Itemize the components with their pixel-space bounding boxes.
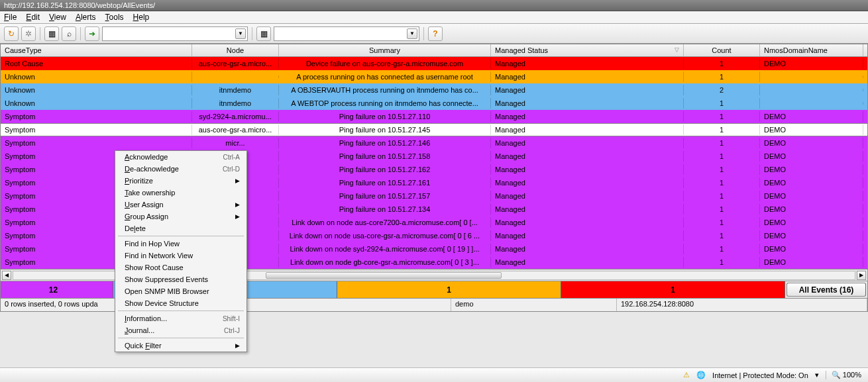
chevron-down-icon[interactable]: ▼ bbox=[235, 28, 246, 39]
cell-summary: A process running on has connected as us… bbox=[279, 72, 491, 82]
table-row[interactable]: UnknownitnmdemoA WEBTOP process running … bbox=[1, 97, 867, 110]
ctx-take-ownership[interactable]: Take ownership bbox=[115, 187, 246, 199]
cell-domain bbox=[760, 89, 863, 91]
cell-summary: Ping failure on 10.51.27.134 bbox=[279, 204, 491, 215]
freeze-icon[interactable]: ✲ bbox=[21, 26, 36, 41]
status-server: 192.168.254.128:8080 bbox=[617, 299, 867, 311]
cell-managed: Managed bbox=[491, 111, 684, 122]
cell-cause: Symptom bbox=[1, 138, 192, 148]
grid-icon[interactable]: ▦ bbox=[44, 26, 59, 41]
table-row[interactable]: Root Causeaus-core-gsr-a.micro...Device … bbox=[1, 57, 867, 70]
cell-cause: Symptom bbox=[1, 111, 192, 122]
col-count[interactable]: Count bbox=[684, 44, 760, 56]
ctx-prioritize[interactable]: Prioritize▶ bbox=[115, 175, 246, 187]
ctx-find-hop-view[interactable]: Find in Hop View bbox=[115, 238, 246, 250]
scroll-thumb[interactable] bbox=[266, 272, 502, 279]
ctx-open-snmp-mib[interactable]: Open SNMP MIB Browser bbox=[115, 285, 246, 297]
col-node[interactable]: Node bbox=[192, 44, 279, 56]
find-icon[interactable]: ⌕ bbox=[62, 26, 76, 41]
scroll-right-icon[interactable]: ▶ bbox=[857, 271, 866, 280]
col-causetype[interactable]: CauseType bbox=[1, 44, 192, 56]
cell-count: 1 bbox=[684, 177, 760, 188]
cell-cause: Unknown bbox=[1, 85, 192, 95]
table-row[interactable]: Symptomaus-core-gsr-a.micro...Ping failu… bbox=[1, 123, 867, 136]
refresh-icon[interactable]: ↻ bbox=[4, 26, 19, 41]
menu-tools[interactable]: Tools bbox=[105, 13, 124, 22]
cell-node: micr... bbox=[192, 138, 279, 148]
cell-managed: Managed bbox=[491, 204, 684, 215]
export-icon[interactable]: ➜ bbox=[85, 26, 99, 41]
window-title: http://192.168.254.128:8080/webtop/AllEv… bbox=[0, 0, 868, 11]
cell-summary: Ping failure on 10.51.27.146 bbox=[279, 138, 491, 148]
globe-icon: 🌐 bbox=[696, 371, 706, 379]
ctx-acknowledge[interactable]: AcknowledgeCtrl-A bbox=[115, 151, 246, 163]
menu-edit[interactable]: Edit bbox=[26, 13, 40, 22]
ctx-show-device-structure[interactable]: Show Device Structure bbox=[115, 297, 246, 309]
filter-combo-1[interactable]: ▼ bbox=[102, 26, 248, 41]
cell-domain: DEMO bbox=[760, 177, 863, 188]
menu-alerts[interactable]: Alerts bbox=[76, 13, 96, 22]
cell-count: 1 bbox=[684, 72, 760, 82]
context-menu: AcknowledgeCtrl-A De-acknowledgeCtrl-D P… bbox=[115, 150, 247, 352]
ctx-show-suppressed[interactable]: Show Suppressed Events bbox=[115, 273, 246, 285]
severity-purple[interactable]: 12 bbox=[1, 281, 113, 298]
cell-domain: DEMO bbox=[760, 257, 863, 267]
cell-domain: DEMO bbox=[760, 244, 863, 254]
ctx-deacknowledge[interactable]: De-acknowledgeCtrl-D bbox=[115, 163, 246, 175]
cell-count: 1 bbox=[684, 257, 760, 267]
table-row[interactable]: Symptommicr...Ping failure on 10.51.27.1… bbox=[1, 136, 867, 150]
calendar-icon[interactable]: ▦ bbox=[256, 26, 271, 41]
cell-count: 1 bbox=[684, 98, 760, 109]
col-domain[interactable]: NmosDomainName bbox=[760, 44, 863, 56]
cell-summary: Ping failure on 10.51.27.110 bbox=[279, 111, 491, 122]
cell-summary: A OBJSERVAUTH process running on itnmdem… bbox=[279, 85, 491, 95]
ctx-delete[interactable]: Delete bbox=[115, 222, 246, 234]
cell-summary: Ping failure on 10.51.27.158 bbox=[279, 151, 491, 162]
scroll-left-icon[interactable]: ◀ bbox=[2, 271, 11, 280]
cell-domain: DEMO bbox=[760, 151, 863, 162]
status-user: demo bbox=[451, 299, 617, 311]
cell-node: aus-core-gsr-a.micro... bbox=[192, 124, 279, 135]
help-icon[interactable]: ? bbox=[428, 26, 443, 41]
menu-help[interactable]: Help bbox=[133, 13, 150, 22]
cell-domain: DEMO bbox=[760, 164, 863, 175]
shield-icon: ⚠ bbox=[683, 371, 690, 379]
menu-file[interactable]: File bbox=[4, 13, 17, 22]
cell-summary: Ping failure on 10.51.27.162 bbox=[279, 164, 491, 175]
cell-managed: Managed bbox=[491, 58, 684, 69]
toolbar: ↻ ✲ ▦ ⌕ ➜ ▼ ▦ ▼ ? bbox=[0, 24, 868, 44]
chevron-down-icon[interactable]: ▼ bbox=[407, 28, 417, 39]
cell-domain: DEMO bbox=[760, 124, 863, 135]
menu-view[interactable]: View bbox=[49, 13, 66, 22]
ctx-find-network-view[interactable]: Find in Network View bbox=[115, 250, 246, 262]
cell-managed: Managed bbox=[491, 72, 684, 82]
ctx-journal[interactable]: Journal...Ctrl-J bbox=[115, 324, 246, 336]
cell-node bbox=[192, 75, 279, 78]
filter-combo-2[interactable]: ▼ bbox=[274, 26, 419, 41]
ctx-group-assign[interactable]: Group Assign▶ bbox=[115, 211, 246, 222]
cell-count: 1 bbox=[684, 244, 760, 254]
table-row[interactable]: UnknownA process running on has connecte… bbox=[1, 70, 867, 83]
protected-mode-label: Internet | Protected Mode: On bbox=[712, 371, 808, 379]
col-summary[interactable]: Summary bbox=[279, 44, 491, 56]
cell-domain: DEMO bbox=[760, 217, 863, 228]
cell-count: 1 bbox=[684, 151, 760, 162]
severity-red[interactable]: 1 bbox=[561, 281, 785, 298]
col-managed-status[interactable]: Managed Status▽ bbox=[491, 44, 684, 56]
cell-domain: DEMO bbox=[760, 191, 863, 201]
severity-orange[interactable]: 1 bbox=[337, 281, 561, 298]
zoom-level[interactable]: 🔍 100% bbox=[826, 371, 861, 379]
cell-cause: Root Cause bbox=[1, 58, 192, 69]
cell-domain: DEMO bbox=[760, 111, 863, 122]
ctx-user-assign[interactable]: User Assign▶ bbox=[115, 199, 246, 211]
all-events-button[interactable]: All Events (16) bbox=[787, 283, 866, 297]
ctx-quick-filter[interactable]: Quick Filter▶ bbox=[115, 340, 246, 352]
ctx-information[interactable]: Information...Shift-I bbox=[115, 312, 246, 324]
cell-count: 1 bbox=[684, 111, 760, 122]
cell-managed: Managed bbox=[491, 217, 684, 228]
table-row[interactable]: Symptomsyd-2924-a.micromu...Ping failure… bbox=[1, 110, 867, 123]
ctx-show-root-cause[interactable]: Show Root Cause bbox=[115, 262, 246, 273]
cell-cause: Unknown bbox=[1, 98, 192, 109]
cell-managed: Managed bbox=[491, 85, 684, 95]
table-row[interactable]: UnknownitnmdemoA OBJSERVAUTH process run… bbox=[1, 83, 867, 97]
